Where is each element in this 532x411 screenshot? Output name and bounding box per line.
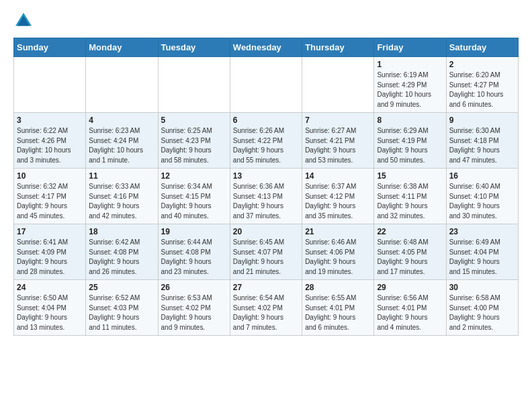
day-number: 4: [89, 116, 154, 125]
day-number: 13: [233, 171, 299, 181]
day-info: Sunrise: 6:30 AM Sunset: 4:18 PM Dayligh…: [449, 126, 515, 165]
day-info: Sunrise: 6:27 AM Sunset: 4:21 PM Dayligh…: [305, 126, 371, 165]
day-info: Sunrise: 6:33 AM Sunset: 4:16 PM Dayligh…: [89, 182, 154, 221]
day-info: Sunrise: 6:29 AM Sunset: 4:19 PM Dayligh…: [377, 126, 443, 165]
day-number: 8: [377, 116, 443, 125]
weekday-header-saturday: Saturday: [446, 38, 518, 57]
day-cell: 20Sunrise: 6:45 AM Sunset: 4:07 PM Dayli…: [230, 224, 302, 280]
day-info: Sunrise: 6:48 AM Sunset: 4:05 PM Dayligh…: [377, 238, 443, 277]
day-number: 10: [17, 171, 83, 181]
day-info: Sunrise: 6:52 AM Sunset: 4:03 PM Dayligh…: [89, 293, 154, 332]
day-number: 20: [233, 227, 299, 236]
day-info: Sunrise: 6:36 AM Sunset: 4:13 PM Dayligh…: [233, 182, 299, 221]
week-row-1: 3Sunrise: 6:22 AM Sunset: 4:26 PM Daylig…: [14, 113, 519, 169]
day-number: 28: [305, 283, 371, 292]
day-cell: 14Sunrise: 6:37 AM Sunset: 4:12 PM Dayli…: [302, 169, 374, 224]
day-info: Sunrise: 6:45 AM Sunset: 4:07 PM Dayligh…: [233, 238, 299, 277]
weekday-header-wednesday: Wednesday: [230, 38, 302, 57]
day-info: Sunrise: 6:34 AM Sunset: 4:15 PM Dayligh…: [161, 182, 227, 221]
day-info: Sunrise: 6:58 AM Sunset: 4:00 PM Dayligh…: [449, 293, 515, 332]
weekday-header-friday: Friday: [374, 38, 446, 57]
day-number: 18: [89, 227, 154, 236]
day-cell: 16Sunrise: 6:40 AM Sunset: 4:10 PM Dayli…: [446, 169, 518, 224]
day-number: 11: [89, 171, 154, 181]
day-number: 1: [377, 60, 443, 69]
day-cell: 4Sunrise: 6:23 AM Sunset: 4:24 PM Daylig…: [86, 113, 158, 169]
day-cell: 21Sunrise: 6:46 AM Sunset: 4:06 PM Dayli…: [302, 224, 374, 280]
day-number: 25: [89, 283, 154, 292]
day-cell: 24Sunrise: 6:50 AM Sunset: 4:04 PM Dayli…: [14, 280, 86, 336]
day-cell: 26Sunrise: 6:53 AM Sunset: 4:02 PM Dayli…: [158, 280, 230, 336]
day-cell: 30Sunrise: 6:58 AM Sunset: 4:00 PM Dayli…: [446, 280, 518, 336]
day-info: Sunrise: 6:50 AM Sunset: 4:04 PM Dayligh…: [17, 293, 83, 332]
day-cell: 23Sunrise: 6:49 AM Sunset: 4:04 PM Dayli…: [446, 224, 518, 280]
day-info: Sunrise: 6:25 AM Sunset: 4:23 PM Dayligh…: [161, 126, 227, 165]
day-cell: 7Sunrise: 6:27 AM Sunset: 4:21 PM Daylig…: [302, 113, 374, 169]
day-cell: 13Sunrise: 6:36 AM Sunset: 4:13 PM Dayli…: [230, 169, 302, 224]
day-cell: 2Sunrise: 6:20 AM Sunset: 4:27 PM Daylig…: [446, 57, 518, 113]
day-info: Sunrise: 6:53 AM Sunset: 4:02 PM Dayligh…: [161, 293, 227, 332]
day-number: 12: [161, 171, 227, 181]
week-row-3: 17Sunrise: 6:41 AM Sunset: 4:09 PM Dayli…: [14, 224, 519, 280]
day-cell: 10Sunrise: 6:32 AM Sunset: 4:17 PM Dayli…: [14, 169, 86, 224]
day-number: 6: [233, 116, 299, 125]
day-cell: 18Sunrise: 6:42 AM Sunset: 4:08 PM Dayli…: [86, 224, 158, 280]
day-info: Sunrise: 6:32 AM Sunset: 4:17 PM Dayligh…: [17, 182, 83, 221]
day-number: 22: [377, 227, 443, 236]
weekday-header-tuesday: Tuesday: [158, 38, 230, 57]
weekday-header-row: SundayMondayTuesdayWednesdayThursdayFrid…: [14, 38, 519, 57]
day-cell: 3Sunrise: 6:22 AM Sunset: 4:26 PM Daylig…: [14, 113, 86, 169]
day-number: 14: [305, 171, 371, 181]
week-row-4: 24Sunrise: 6:50 AM Sunset: 4:04 PM Dayli…: [14, 280, 519, 336]
day-cell: [14, 57, 86, 113]
logo: [13, 11, 36, 31]
day-info: Sunrise: 6:44 AM Sunset: 4:08 PM Dayligh…: [161, 238, 227, 277]
logo-icon: [13, 11, 34, 31]
day-info: Sunrise: 6:22 AM Sunset: 4:26 PM Dayligh…: [17, 126, 83, 165]
header: [13, 11, 519, 31]
day-cell: 29Sunrise: 6:56 AM Sunset: 4:01 PM Dayli…: [374, 280, 446, 336]
day-info: Sunrise: 6:20 AM Sunset: 4:27 PM Dayligh…: [449, 71, 515, 109]
day-info: Sunrise: 6:40 AM Sunset: 4:10 PM Dayligh…: [449, 182, 515, 221]
day-number: 15: [377, 171, 443, 181]
day-number: 17: [17, 227, 83, 236]
day-cell: 11Sunrise: 6:33 AM Sunset: 4:16 PM Dayli…: [86, 169, 158, 224]
day-cell: [158, 57, 230, 113]
day-number: 29: [377, 283, 443, 292]
day-cell: [230, 57, 302, 113]
day-number: 9: [449, 116, 515, 125]
week-row-2: 10Sunrise: 6:32 AM Sunset: 4:17 PM Dayli…: [14, 169, 519, 224]
day-cell: 1Sunrise: 6:19 AM Sunset: 4:29 PM Daylig…: [374, 57, 446, 113]
calendar-table: SundayMondayTuesdayWednesdayThursdayFrid…: [13, 38, 519, 336]
day-number: 5: [161, 116, 227, 125]
weekday-header-thursday: Thursday: [302, 38, 374, 57]
day-cell: 25Sunrise: 6:52 AM Sunset: 4:03 PM Dayli…: [86, 280, 158, 336]
day-info: Sunrise: 6:26 AM Sunset: 4:22 PM Dayligh…: [233, 126, 299, 165]
day-info: Sunrise: 6:41 AM Sunset: 4:09 PM Dayligh…: [17, 238, 83, 277]
day-cell: 27Sunrise: 6:54 AM Sunset: 4:02 PM Dayli…: [230, 280, 302, 336]
day-number: 2: [449, 60, 515, 69]
day-cell: 8Sunrise: 6:29 AM Sunset: 4:19 PM Daylig…: [374, 113, 446, 169]
day-number: 3: [17, 116, 83, 125]
day-info: Sunrise: 6:19 AM Sunset: 4:29 PM Dayligh…: [377, 71, 443, 109]
day-info: Sunrise: 6:49 AM Sunset: 4:04 PM Dayligh…: [449, 238, 515, 277]
day-number: 27: [233, 283, 299, 292]
weekday-header-sunday: Sunday: [14, 38, 86, 57]
day-info: Sunrise: 6:46 AM Sunset: 4:06 PM Dayligh…: [305, 238, 371, 277]
day-cell: 9Sunrise: 6:30 AM Sunset: 4:18 PM Daylig…: [446, 113, 518, 169]
day-cell: [86, 57, 158, 113]
day-number: 24: [17, 283, 83, 292]
day-number: 26: [161, 283, 227, 292]
week-row-0: 1Sunrise: 6:19 AM Sunset: 4:29 PM Daylig…: [14, 57, 519, 113]
day-cell: 17Sunrise: 6:41 AM Sunset: 4:09 PM Dayli…: [14, 224, 86, 280]
day-cell: 22Sunrise: 6:48 AM Sunset: 4:05 PM Dayli…: [374, 224, 446, 280]
day-info: Sunrise: 6:42 AM Sunset: 4:08 PM Dayligh…: [89, 238, 154, 277]
day-info: Sunrise: 6:56 AM Sunset: 4:01 PM Dayligh…: [377, 293, 443, 332]
day-cell: 15Sunrise: 6:38 AM Sunset: 4:11 PM Dayli…: [374, 169, 446, 224]
day-info: Sunrise: 6:38 AM Sunset: 4:11 PM Dayligh…: [377, 182, 443, 221]
day-info: Sunrise: 6:55 AM Sunset: 4:01 PM Dayligh…: [305, 293, 371, 332]
day-cell: 19Sunrise: 6:44 AM Sunset: 4:08 PM Dayli…: [158, 224, 230, 280]
day-info: Sunrise: 6:23 AM Sunset: 4:24 PM Dayligh…: [89, 126, 154, 165]
page: SundayMondayTuesdayWednesdayThursdayFrid…: [0, 0, 532, 347]
day-cell: 28Sunrise: 6:55 AM Sunset: 4:01 PM Dayli…: [302, 280, 374, 336]
